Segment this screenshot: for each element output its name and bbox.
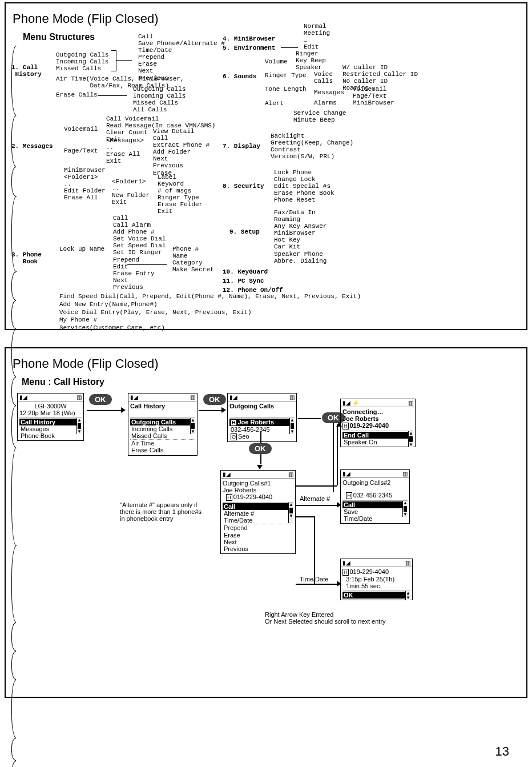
- call-entry-1[interactable]: HJoe Roberts: [229, 419, 295, 426]
- phone-screen-outgoing-list: ▮◢▥ Outgoing Calls HJoe Roberts 032-456-…: [227, 393, 297, 442]
- m6-ringer-alarms: Alarms: [314, 99, 337, 106]
- item-next[interactable]: Next: [223, 539, 293, 545]
- battery-icon: ▥: [76, 394, 82, 400]
- scrollbar[interactable]: ▲▼: [405, 591, 410, 600]
- signal-icon: ▮◢: [342, 560, 350, 566]
- phone-screen-outgoing-detail-2: ▮◢▥ Outgoing Calls#2 H032-456-2345 Call …: [340, 469, 410, 524]
- screen-title: Outgoing Calls: [229, 403, 295, 409]
- menu-item-messages[interactable]: Messages: [19, 425, 82, 432]
- menu-3-label: 3. Phone Book: [11, 251, 42, 265]
- item-erase[interactable]: Erase: [223, 532, 293, 539]
- m6-ringer-msgs-sub: Voicemail Page/Text MiniBrowser: [353, 86, 394, 106]
- signal-icon: ▮◢: [19, 394, 27, 400]
- m1-missed: Missed Calls: [56, 65, 101, 72]
- menu-item-call-history[interactable]: Call History: [19, 419, 82, 425]
- m6-volume-sub: Ringer Key Beep Speaker: [296, 50, 326, 71]
- call-history-flow: ▮◢▥ LGI-3000W 12:20p Mar 18 (We) Call Hi…: [11, 393, 521, 701]
- screen-title: Outgoing Calls#2: [342, 479, 408, 486]
- page-number: 13: [495, 744, 509, 759]
- menu-9-label: 9. Setup: [229, 228, 260, 235]
- panel2-title: Phone Mode (Flip Closed): [13, 356, 521, 371]
- label-alternate: Alternate #: [300, 495, 330, 502]
- screen-title: Outgoing Calls#1: [223, 480, 293, 487]
- item-timedate[interactable]: Time/Date: [223, 517, 293, 524]
- m3-edit-sub: Phone # Name Category Make Secret: [172, 246, 214, 273]
- item-prepend[interactable]: Prepend: [223, 524, 293, 531]
- label-timedate: Time/Date: [300, 576, 328, 583]
- tag-h-icon: H: [342, 569, 349, 576]
- battery-icon: ▥: [288, 471, 293, 477]
- item-outgoing[interactable]: Outgoing Calls: [130, 419, 195, 425]
- m2-pagetext: Page/Text: [64, 147, 98, 154]
- scrollbar[interactable]: ▲▼: [288, 503, 293, 523]
- scrollbar[interactable]: ▲▼: [408, 431, 413, 447]
- call-entry-1-num: 032-456-2345: [229, 426, 295, 433]
- item-alternate[interactable]: Alternate #: [223, 510, 293, 517]
- m5-sub: Normal Meeting … Edit: [304, 23, 330, 50]
- item-erase[interactable]: Erase Calls: [130, 447, 195, 453]
- item-timedate[interactable]: Time/Date: [342, 515, 408, 522]
- battery-icon: ▥: [190, 394, 195, 400]
- m2-mini: MiniBrowser <Folder1> .. Edit Folder Era…: [64, 167, 106, 201]
- item-previous[interactable]: Previous: [223, 545, 293, 552]
- contact-num: 019-229-4040: [233, 493, 273, 500]
- connecting-label: Connecting…: [342, 408, 413, 415]
- item-call[interactable]: Call: [223, 503, 293, 510]
- signal-icon: ▮◢: [223, 471, 231, 477]
- m1-sub-calls: Call Save Phone#/Alternate # Time/Date P…: [138, 33, 225, 82]
- m3-lookup: Look up Name: [59, 246, 104, 252]
- menu-5-label: 5. Environment: [223, 45, 275, 51]
- phone-model: LGI-3000W: [19, 403, 82, 409]
- item-save[interactable]: Save: [342, 508, 408, 515]
- menu-6-label: 6. Sounds: [223, 73, 256, 80]
- contact-num: 019-229-4040: [350, 568, 389, 575]
- phone-screen-timedate: ▮◢▥ H019-229-4040 3:15p Feb 25(Th) 1min …: [340, 559, 413, 600]
- call-duration: 1min 55 sec.: [346, 583, 381, 589]
- menu-item-phone-book[interactable]: Phone Book: [19, 432, 82, 439]
- item-endcall[interactable]: End Call: [342, 432, 413, 439]
- m1-erase-sub: Outgoing Calls Incoming Calls Missed Cal…: [133, 86, 186, 113]
- tag-h-icon: H: [342, 423, 349, 429]
- scrollbar[interactable]: ▲▼: [190, 418, 195, 434]
- phone-screen-outgoing-detail-1: ▮◢▥ Outgoing Calls#1 Joe Roberts H019-22…: [220, 470, 296, 554]
- item-ok[interactable]: OK: [342, 592, 410, 599]
- m9-sub: Fax/Data In Roaming Any Key Answer MiniB…: [274, 209, 327, 264]
- ok-button-2[interactable]: OK: [203, 394, 226, 405]
- item-incoming[interactable]: Incoming Calls: [130, 425, 195, 432]
- item-speaker-on[interactable]: Speaker On: [342, 439, 413, 445]
- m2-pagetext-sub2: View Detail Call Extract Phone # Add Fol…: [153, 128, 209, 176]
- note-alternate: "Alternate #" appears only if there is m…: [120, 501, 201, 522]
- scrollbar[interactable]: ▲▼: [76, 418, 82, 434]
- battery-icon: ▥: [289, 394, 295, 400]
- phone-screen-home: ▮◢▥ LGI-3000W 12:20p Mar 18 (We) Call Hi…: [17, 393, 84, 441]
- panel2-section: Menu : Call History: [22, 377, 521, 387]
- tag-h-icon: H: [346, 492, 352, 499]
- m2-editfolder1: <Folder1> .. New Folder Exit: [112, 178, 150, 206]
- ok-button-1[interactable]: OK: [89, 394, 112, 405]
- phone-screen-connecting: ▮◢ ⚡▥ Connecting… Joe Roberts H019-229-4…: [340, 399, 416, 447]
- m7-sub: Backlight Greeting(Keep, Change) Contras…: [271, 132, 353, 160]
- item-missed[interactable]: Missed Calls: [130, 432, 195, 439]
- item-call[interactable]: Call: [342, 501, 408, 508]
- menu-11-label: 11. PC Sync: [223, 278, 264, 284]
- call-entry-2[interactable]: OSeo: [229, 433, 295, 440]
- m1-outgoing: Outgoing Calls: [56, 51, 108, 58]
- signal-icon: ▮◢: [229, 394, 237, 400]
- menu-2-label: 2. Messages: [11, 143, 53, 150]
- contact-name: Joe Roberts: [223, 487, 293, 493]
- battery-icon: ▥: [405, 560, 410, 566]
- scrollbar[interactable]: ▲▼: [402, 501, 408, 517]
- ok-button-4[interactable]: OK: [249, 443, 272, 454]
- item-airtime[interactable]: Air Time: [130, 439, 195, 447]
- note-scroll: Right Arrow Key Entered Or Next Selected…: [265, 611, 386, 625]
- m2-pagetext-sub: <Messages> .. Erase All Exit: [106, 137, 144, 164]
- menu-10-label: 10. KeyGuard: [223, 268, 268, 275]
- scrollbar[interactable]: ▲▼: [289, 418, 295, 434]
- contact-num: 032-456-2345: [353, 492, 393, 499]
- tag-o-icon: O: [231, 433, 237, 440]
- menu-7-label: 7. Display: [223, 143, 260, 150]
- signal-icon: ▮◢ ⚡: [342, 400, 359, 406]
- contact-num: 019-229-4040: [350, 422, 389, 429]
- panel1-title: Phone Mode (Flip Closed): [13, 11, 521, 26]
- screen-title: Call History: [130, 403, 195, 409]
